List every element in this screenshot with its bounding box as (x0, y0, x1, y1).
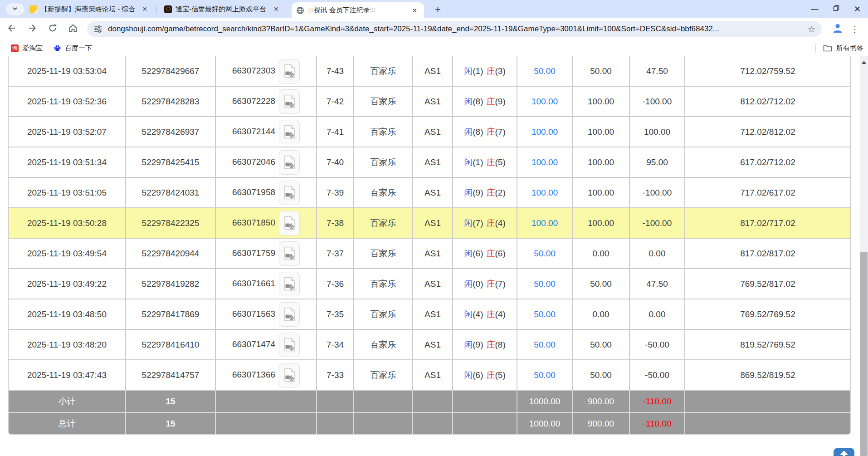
all-bookmarks-button[interactable]: 所有书签 (823, 44, 863, 53)
page-scrollbar[interactable] (860, 56, 868, 456)
cell-win-loss: -50.00 (630, 360, 685, 391)
banker-label: 庄 (487, 309, 495, 319)
cell-table-no: 7-42 (317, 87, 354, 117)
cell-bet-id: 522978424031 (126, 178, 216, 208)
profile-avatar[interactable] (830, 21, 845, 37)
banker-label: 庄 (487, 157, 495, 167)
forward-button[interactable] (24, 20, 41, 38)
bet-amount-link[interactable]: 50.00 (534, 309, 556, 319)
bookmark-label: 百度一下 (65, 44, 92, 53)
bet-amount-link[interactable]: 50.00 (534, 370, 556, 380)
home-button[interactable] (64, 20, 82, 38)
cell-table-no: 7-37 (317, 239, 354, 269)
video-replay-button[interactable] (279, 241, 300, 266)
bet-record-table: 2025-11-19 03:53:04 522978429667 6630723… (8, 56, 851, 435)
cell-balance: 817.02/717.02 (685, 208, 851, 239)
bet-amount-link[interactable]: 100.00 (532, 188, 558, 197)
bookmark-baidu[interactable]: 百度一下 (54, 44, 92, 53)
video-file-icon (284, 277, 295, 291)
cell-table-no: 7-36 (317, 269, 354, 299)
video-file-icon (284, 216, 295, 230)
close-window-button[interactable]: ✕ (847, 0, 868, 18)
video-replay-button[interactable] (279, 272, 300, 296)
cell-result: 闲(6)庄(6) (453, 239, 517, 269)
bet-amount-link[interactable]: 100.00 (532, 97, 558, 106)
minimize-button[interactable]: — (804, 0, 825, 18)
back-button[interactable] (3, 20, 20, 38)
browser-toolbar: dongshouji.com/game/betrecord_search/kin… (0, 18, 868, 40)
video-replay-button[interactable] (279, 181, 300, 205)
video-replay-button[interactable] (279, 211, 300, 235)
bet-amount-link[interactable]: 50.00 (534, 279, 556, 289)
bet-amount-link[interactable]: 100.00 (532, 157, 558, 167)
video-replay-button[interactable] (279, 302, 300, 327)
cell-bet-id: 522978416410 (126, 330, 216, 360)
address-bar[interactable]: dongshouji.com/game/betrecord_search/kin… (87, 21, 822, 37)
tab-title: :::视讯 会员下注纪录::: (308, 6, 406, 15)
reload-button[interactable] (44, 20, 61, 38)
bet-amount-link[interactable]: 50.00 (534, 66, 556, 76)
bet-amount-link[interactable]: 50.00 (534, 249, 556, 258)
cell-bet-time: 2025-11-19 03:51:05 (8, 178, 126, 208)
summary-empty-cell (453, 391, 517, 413)
bet-record-row: 2025-11-19 03:52:36 522978428283 6630722… (8, 87, 851, 117)
cell-bet-time: 2025-11-19 03:47:43 (8, 360, 126, 391)
tab-haiyan-forum[interactable]: 【新提醒】海燕策略论坛 - 综合 ✕ (25, 0, 154, 18)
video-replay-button[interactable] (279, 333, 300, 357)
browser-menu-button[interactable]: ⋮ (848, 21, 862, 37)
tab-tongbao[interactable]: 通宝-信誉最好的网上游戏平台 ✕ (160, 0, 286, 18)
cell-bet-amount: 50.00 (517, 56, 573, 87)
cell-table-no: 7-39 (317, 178, 354, 208)
cell-platform: AS1 (413, 208, 453, 239)
player-label: 闲 (464, 279, 473, 289)
cell-table-no: 7-40 (317, 147, 354, 178)
video-replay-button[interactable] (279, 89, 300, 114)
cell-game-type: 百家乐 (354, 239, 413, 269)
back-to-top-button[interactable] (834, 448, 854, 456)
bet-amount-link[interactable]: 100.00 (532, 218, 558, 228)
video-replay-button[interactable] (279, 363, 300, 387)
new-tab-button[interactable]: + (432, 3, 444, 15)
video-replay-button[interactable] (279, 120, 300, 144)
browser-window: 【新提醒】海燕策略论坛 - 综合 ✕ 通宝-信誉最好的网上游戏平台 ✕ :::视… (0, 0, 868, 456)
banker-label: 庄 (487, 127, 495, 137)
cell-game-type: 百家乐 (354, 208, 413, 239)
scrollbar-thumb[interactable] (860, 252, 868, 456)
player-label: 闲 (464, 97, 473, 106)
bet-amount-link[interactable]: 100.00 (532, 127, 558, 137)
bet-amount-link[interactable]: 50.00 (534, 340, 556, 349)
video-replay-button[interactable] (279, 150, 300, 175)
cell-win-loss: 0.00 (630, 299, 685, 330)
cell-bet-time: 2025-11-19 03:50:28 (8, 208, 126, 239)
tab-search-button[interactable] (6, 3, 24, 15)
bookmark-star-icon[interactable]: ☆ (808, 24, 815, 34)
url-text: dongshouji.com/game/betrecord_search/kin… (108, 25, 804, 34)
cell-bet-amount: 100.00 (517, 178, 573, 208)
close-tab-icon[interactable]: ✕ (271, 4, 281, 14)
summary-empty-cell (685, 413, 851, 435)
video-file-icon (284, 155, 295, 169)
scroll-up-arrow-icon[interactable] (860, 58, 868, 66)
cell-game-type: 百家乐 (354, 299, 413, 330)
bookmark-aitaobao[interactable]: 淘 爱淘宝 (11, 44, 43, 53)
tab-bet-records-active[interactable]: :::视讯 会员下注纪录::: ✕ (292, 2, 424, 18)
video-replay-button[interactable] (279, 59, 300, 83)
round-id-text: 663072228 (232, 96, 275, 106)
cell-valid-amount: 0.00 (573, 239, 630, 269)
cell-game-type: 百家乐 (354, 360, 413, 391)
round-id-text: 663072046 (232, 157, 275, 167)
site-settings-tune-icon[interactable] (93, 25, 102, 34)
cell-bet-amount: 100.00 (517, 87, 573, 117)
player-label: 闲 (464, 249, 473, 258)
summary-count: 15 (126, 413, 216, 435)
cell-bet-time: 2025-11-19 03:49:22 (8, 269, 126, 299)
cell-balance: 869.52/819.52 (685, 360, 851, 391)
cell-balance: 817.02/817.02 (685, 239, 851, 269)
close-tab-icon[interactable]: ✕ (410, 5, 419, 15)
restore-button[interactable] (825, 0, 847, 18)
round-id-text: 663071958 (232, 187, 275, 197)
cell-game-type: 百家乐 (354, 147, 413, 178)
cell-valid-amount: 50.00 (573, 360, 630, 391)
bet-record-row: 2025-11-19 03:47:43 522978414757 6630713… (8, 360, 851, 391)
close-tab-icon[interactable]: ✕ (140, 4, 150, 14)
